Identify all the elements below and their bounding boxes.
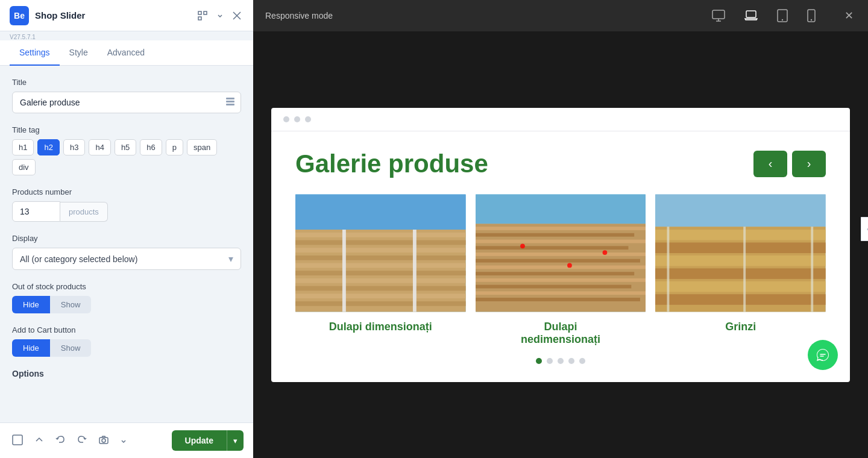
tag-h3[interactable]: h3 xyxy=(63,139,85,155)
tab-style[interactable]: Style xyxy=(60,40,98,66)
camera-icon[interactable] xyxy=(96,433,111,449)
add-to-cart-label: Add to Cart button xyxy=(12,325,241,334)
out-of-stock-toggle: Hide Show xyxy=(12,296,241,313)
svg-rect-31 xyxy=(476,194,646,224)
collapse-panel-button[interactable]: ‹ xyxy=(861,217,868,241)
dropdown-arrow-icon[interactable] xyxy=(215,10,225,21)
dot-3 xyxy=(305,116,311,122)
svg-rect-41 xyxy=(476,278,646,281)
tag-h5[interactable]: h5 xyxy=(115,139,136,155)
add-to-cart-hide-button[interactable]: Hide xyxy=(12,339,50,357)
tag-group: h1 h2 h3 h4 h5 h6 p span div xyxy=(12,139,241,175)
tab-settings[interactable]: Settings xyxy=(10,40,60,66)
svg-rect-2 xyxy=(198,17,201,20)
svg-point-47 xyxy=(602,250,607,255)
dot-nav-5[interactable] xyxy=(579,358,585,364)
svg-rect-38 xyxy=(476,259,640,262)
close-preview-button[interactable]: ✕ xyxy=(842,7,856,25)
tabs-row: Settings Style Advanced xyxy=(0,40,253,66)
dot-nav-2[interactable] xyxy=(547,358,553,364)
laptop-icon[interactable] xyxy=(742,7,760,25)
app-logo: Be xyxy=(10,6,29,25)
tablet-icon[interactable] xyxy=(775,7,790,25)
products-unit-label: products xyxy=(60,202,108,222)
update-dropdown-button[interactable]: ▾ xyxy=(227,430,244,451)
tag-span[interactable]: span xyxy=(187,139,217,155)
update-button[interactable]: Update xyxy=(172,430,227,451)
update-btn-group: Update ▾ xyxy=(172,430,244,451)
dot-nav-3[interactable] xyxy=(558,358,564,364)
display-field-group: Display All (or category selected below)… xyxy=(12,234,241,270)
tag-p[interactable]: p xyxy=(166,139,183,155)
out-of-stock-label: Out of stock products xyxy=(12,282,241,291)
svg-rect-9 xyxy=(712,10,725,19)
chevron-down-icon: ▾ xyxy=(228,253,233,265)
svg-rect-58 xyxy=(744,227,746,312)
next-button[interactable]: › xyxy=(792,151,826,177)
svg-rect-42 xyxy=(476,284,631,288)
mobile-icon[interactable] xyxy=(805,7,818,25)
display-select-value: All (or category selected below) xyxy=(20,254,137,264)
desktop-icon[interactable] xyxy=(709,7,728,25)
product-card-1: Dulapi dimensionați xyxy=(295,193,466,346)
svg-rect-59 xyxy=(811,227,814,312)
svg-rect-19 xyxy=(295,240,466,245)
gallery-header: Galerie produse ‹ › xyxy=(295,149,826,178)
expand-icon-footer[interactable] xyxy=(118,434,129,448)
svg-point-14 xyxy=(811,19,812,20)
chat-button[interactable] xyxy=(808,340,838,370)
product-name-1: Dulapi dimensionați xyxy=(295,321,466,333)
svg-rect-1 xyxy=(204,11,207,14)
options-field-group: Options xyxy=(12,369,241,378)
nav-buttons: ‹ › xyxy=(753,151,826,177)
prev-button[interactable]: ‹ xyxy=(753,151,787,177)
out-of-stock-show-button[interactable]: Show xyxy=(50,296,92,313)
tag-h2[interactable]: h2 xyxy=(37,139,59,155)
product-image-1 xyxy=(295,193,466,313)
out-of-stock-hide-button[interactable]: Hide xyxy=(12,296,50,313)
panel-header-icons xyxy=(195,8,244,23)
tag-h1[interactable]: h1 xyxy=(12,139,34,155)
tag-div[interactable]: div xyxy=(12,159,36,175)
responsive-bar: Responsive mode ✕ xyxy=(253,0,868,31)
display-select[interactable]: All (or category selected below) ▾ xyxy=(12,248,241,270)
svg-rect-56 xyxy=(655,294,826,305)
svg-rect-36 xyxy=(476,246,628,249)
dot-2 xyxy=(294,116,300,122)
close-panel-button[interactable] xyxy=(230,9,244,22)
frame-icon-button[interactable] xyxy=(10,432,25,450)
tag-h4[interactable]: h4 xyxy=(89,139,110,155)
products-number-input[interactable] xyxy=(12,201,60,222)
device-icons xyxy=(709,7,818,25)
product-card-3: Grinzi xyxy=(655,193,826,346)
tab-advanced[interactable]: Advanced xyxy=(98,40,154,66)
undo-icon[interactable] xyxy=(53,433,68,449)
out-of-stock-field-group: Out of stock products Hide Show xyxy=(12,282,241,313)
title-input[interactable] xyxy=(13,93,220,112)
svg-rect-40 xyxy=(476,272,634,275)
svg-rect-10 xyxy=(746,11,756,17)
svg-rect-25 xyxy=(295,286,466,290)
clear-input-icon xyxy=(220,92,241,113)
product-image-3 xyxy=(655,193,826,313)
expand-arrow-icon[interactable] xyxy=(33,433,46,448)
display-label: Display xyxy=(12,234,241,243)
redo-icon[interactable] xyxy=(75,433,89,449)
dot-nav-1[interactable] xyxy=(536,358,542,364)
dot-nav-4[interactable] xyxy=(568,358,574,364)
svg-rect-3 xyxy=(226,98,234,99)
svg-rect-4 xyxy=(226,101,234,102)
add-to-cart-show-button[interactable]: Show xyxy=(50,339,92,357)
title-tag-field-group: Title tag h1 h2 h3 h4 h5 h6 p span div xyxy=(12,125,241,175)
expand-icon[interactable] xyxy=(195,8,210,23)
svg-rect-23 xyxy=(295,271,466,275)
tag-h6[interactable]: h6 xyxy=(140,139,162,155)
left-panel: Be Shop Slider V27.5.7.1 Settings Style … xyxy=(0,0,253,458)
website-preview: Galerie produse ‹ › xyxy=(271,108,850,382)
product-name-3: Grinzi xyxy=(655,321,826,333)
svg-point-46 xyxy=(567,263,572,268)
svg-rect-6 xyxy=(13,435,22,445)
svg-rect-51 xyxy=(655,230,826,240)
svg-rect-52 xyxy=(655,242,826,253)
svg-rect-27 xyxy=(295,301,466,306)
